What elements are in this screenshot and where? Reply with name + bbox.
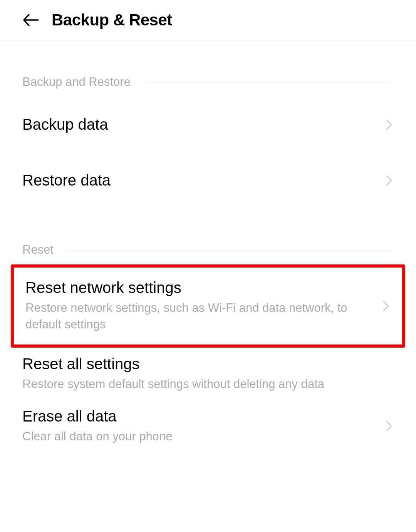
list-item-content: Restore data (22, 172, 384, 189)
list-item-subtitle: Clear all data on your phone (22, 428, 384, 445)
section-label: Reset (22, 243, 54, 257)
section-header-reset: Reset (0, 208, 416, 264)
section-divider (142, 82, 394, 82)
chevron-right-icon (384, 120, 394, 129)
chevron-right-icon (384, 422, 394, 431)
list-item-content: Erase all data Clear all data on your ph… (22, 408, 384, 445)
erase-all-data-item[interactable]: Erase all data Clear all data on your ph… (0, 400, 416, 452)
section-label: Backup and Restore (22, 75, 131, 89)
back-arrow-icon (23, 14, 39, 26)
content: Backup and Restore Backup data Restore d… (0, 40, 416, 453)
list-item-title: Restore data (22, 172, 384, 189)
section-divider (65, 250, 394, 250)
chevron-right-icon (384, 176, 394, 185)
chevron-right-icon (381, 301, 391, 311)
page-title: Backup & Reset (52, 11, 172, 29)
list-item-title: Reset network settings (25, 279, 381, 296)
reset-network-settings-item[interactable]: Reset network settings Restore network s… (11, 264, 405, 348)
list-item-content: Reset all settings Restore system defaul… (22, 355, 394, 392)
list-item-title: Erase all data (22, 408, 384, 425)
list-item-content: Reset network settings Restore network s… (25, 279, 381, 333)
list-item-content: Backup data (22, 116, 384, 133)
section-header-backup-restore: Backup and Restore (0, 40, 416, 97)
list-item-title: Backup data (22, 116, 384, 133)
restore-data-item[interactable]: Restore data (0, 152, 416, 208)
header: Backup & Reset (0, 0, 416, 40)
list-item-subtitle: Restore network settings, such as Wi-Fi … (25, 299, 381, 333)
list-item-subtitle: Restore system default settings without … (22, 376, 394, 392)
reset-all-settings-item[interactable]: Reset all settings Restore system defaul… (0, 348, 416, 400)
list-item-title: Reset all settings (22, 355, 394, 373)
back-button[interactable] (21, 12, 41, 28)
backup-data-item[interactable]: Backup data (0, 97, 416, 152)
